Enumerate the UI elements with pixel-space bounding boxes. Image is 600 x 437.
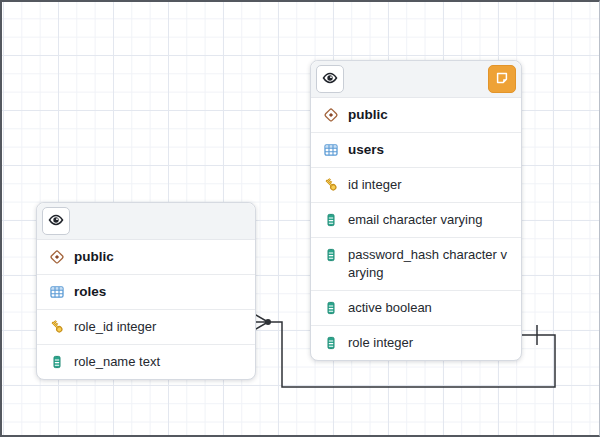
table-name-row: roles (37, 274, 255, 309)
table-icon (323, 142, 339, 158)
note-icon (494, 70, 510, 89)
column-icon (323, 212, 339, 228)
column-row: id integer (311, 167, 521, 202)
column-icon (323, 247, 339, 263)
table-node-users[interactable]: publicusersid integeremail character var… (310, 60, 522, 361)
eye-icon (48, 212, 64, 231)
show-details-button[interactable] (316, 65, 344, 93)
column-row: email character varying (311, 202, 521, 237)
schema-row: public (37, 240, 255, 274)
row-label: active boolean (348, 299, 432, 317)
column-row: role integer (311, 325, 521, 360)
table-icon (49, 284, 65, 300)
column-row: active boolean (311, 290, 521, 325)
column-row: role_id integer (37, 309, 255, 344)
row-label: role_name text (74, 353, 160, 371)
table-name-row: users (311, 132, 521, 167)
show-details-button[interactable] (42, 207, 70, 235)
column-row: password_hash character varying (311, 237, 521, 290)
row-label: role_id integer (74, 318, 156, 336)
row-label: public (74, 248, 114, 266)
row-label: roles (74, 283, 106, 301)
row-label: password_hash character varying (348, 246, 513, 282)
row-label: users (348, 141, 384, 159)
eye-icon (322, 70, 338, 89)
column-icon (323, 335, 339, 351)
schema-icon (49, 249, 65, 265)
node-header (311, 61, 521, 98)
row-label: email character varying (348, 211, 482, 229)
node-rows: publicusersid integeremail character var… (311, 98, 521, 360)
column-row: role_name text (37, 344, 255, 379)
erd-canvas[interactable]: publicrolesrole_id integerrole_name text… (0, 0, 600, 437)
row-label: public (348, 106, 388, 124)
node-header (37, 203, 255, 240)
column-icon (323, 300, 339, 316)
row-label: role integer (348, 334, 413, 352)
schema-icon (323, 107, 339, 123)
column-icon (49, 354, 65, 370)
key-icon (323, 177, 339, 193)
row-label: id integer (348, 176, 401, 194)
key-icon (49, 319, 65, 335)
table-node-roles[interactable]: publicrolesrole_id integerrole_name text (36, 202, 256, 380)
node-rows: publicrolesrole_id integerrole_name text (37, 240, 255, 379)
note-button[interactable] (488, 65, 516, 93)
schema-row: public (311, 98, 521, 132)
